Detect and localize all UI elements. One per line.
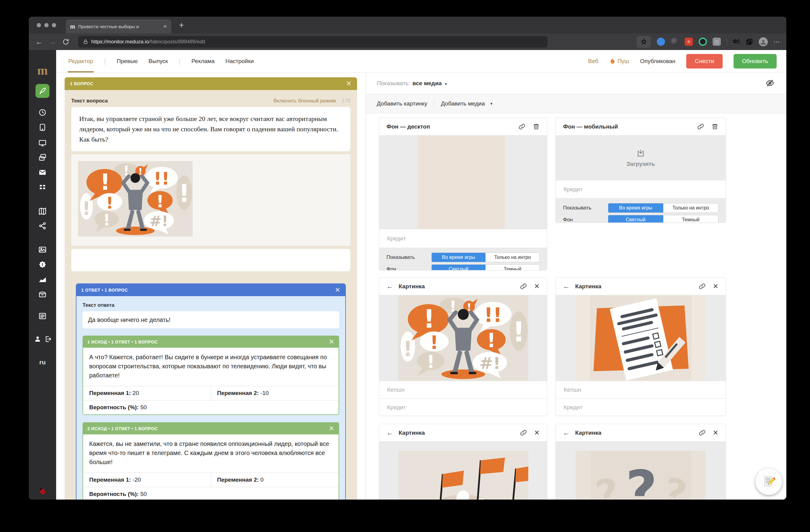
variable-1-field[interactable]: Переменная 1: -20 xyxy=(83,473,211,487)
credit-input[interactable] xyxy=(556,186,726,193)
copy-link-button[interactable] xyxy=(518,123,525,130)
sidebar-item-share[interactable] xyxy=(38,222,46,230)
update-button[interactable]: Обновить xyxy=(733,54,777,68)
extension-icon[interactable] xyxy=(699,38,707,46)
caption-input[interactable] xyxy=(556,386,726,393)
variable-1-field[interactable]: Переменная 1: 20 xyxy=(83,386,211,400)
sidebar-item-screen[interactable] xyxy=(38,139,47,147)
sidebar-item-breaking[interactable]: ! xyxy=(38,261,47,269)
copy-link-button[interactable] xyxy=(699,283,706,290)
copy-link-button[interactable] xyxy=(699,429,706,436)
sidebar-item-editor[interactable] xyxy=(35,84,49,98)
profile-avatar[interactable] xyxy=(759,37,768,46)
caption-input[interactable] xyxy=(379,386,547,393)
sidebar-item-account[interactable] xyxy=(34,335,41,343)
dark-option[interactable]: Темный xyxy=(485,265,539,270)
sidebar-item-history[interactable] xyxy=(38,109,46,116)
picture-preview[interactable] xyxy=(556,442,726,500)
remove-card-button[interactable]: ✕ xyxy=(713,283,718,290)
credit-input[interactable] xyxy=(556,404,726,411)
variable-2-field[interactable]: Переменная 2: 0 xyxy=(211,473,339,487)
tab-issue[interactable]: Выпуск xyxy=(149,50,168,72)
sidebar-item-stats[interactable] xyxy=(38,276,47,284)
feedback-note-button[interactable] xyxy=(756,468,782,495)
add-media-dropdown[interactable]: Добавить медиа▼ xyxy=(441,100,493,107)
minimize-window-button[interactable] xyxy=(44,23,49,27)
move-left-button[interactable]: ← xyxy=(563,430,570,436)
browser-menu-button[interactable]: ⋯ xyxy=(774,38,780,46)
zoom-window-button[interactable] xyxy=(52,23,56,27)
extension-icon[interactable] xyxy=(671,38,679,46)
sidebar-lang-switch[interactable]: ru xyxy=(39,359,46,366)
add-image-button[interactable]: Добавить картинку xyxy=(377,100,427,107)
logout-icon[interactable] xyxy=(44,335,52,343)
bookmark-star-button[interactable] xyxy=(636,36,651,48)
new-tab-button[interactable]: + xyxy=(179,20,184,30)
during-game-option[interactable]: Во время игры xyxy=(432,253,485,262)
sidebar-item-posts[interactable] xyxy=(38,312,47,320)
browser-tab[interactable]: m Провести честные выборы и ✕ xyxy=(66,19,172,33)
background-preview[interactable] xyxy=(379,135,547,229)
tab-editor[interactable]: Редактор xyxy=(68,50,93,72)
back-button[interactable]: ← xyxy=(35,38,43,46)
sidebar-item-archive[interactable] xyxy=(38,290,47,299)
intro-only-option[interactable]: Только на интро xyxy=(663,203,718,213)
hide-media-button[interactable] xyxy=(766,79,774,88)
move-left-button[interactable]: ← xyxy=(563,283,570,290)
copy-link-button[interactable] xyxy=(520,283,527,290)
bug-report-icon[interactable] xyxy=(38,487,47,496)
extension-icon[interactable]: ⚛ xyxy=(685,38,693,46)
move-left-button[interactable]: ← xyxy=(387,283,393,290)
light-option[interactable]: Светлый xyxy=(608,215,663,223)
credit-input[interactable] xyxy=(379,235,547,242)
delete-button[interactable] xyxy=(533,123,540,130)
outcome-text-input[interactable]: А что? Кажется, работает! Вы сидите в бу… xyxy=(83,348,339,386)
light-option[interactable]: Светлый xyxy=(432,265,485,270)
media-filter-dropdown[interactable]: Показывать:все медиа▼ xyxy=(377,80,448,87)
remove-card-button[interactable]: ✕ xyxy=(534,283,540,290)
meduza-logo[interactable]: m xyxy=(37,64,48,77)
upload-dropzone[interactable]: Загрузить xyxy=(556,135,726,180)
delete-button[interactable] xyxy=(711,123,718,130)
probability-field[interactable]: Вероятность (%): 50 xyxy=(83,487,339,500)
during-game-option[interactable]: Во время игры xyxy=(608,203,663,213)
sidebar-item-cards[interactable] xyxy=(38,153,47,162)
move-left-button[interactable]: ← xyxy=(387,430,393,436)
sidebar-item-mobile[interactable] xyxy=(38,123,46,131)
variable-2-field[interactable]: Переменная 2: -10 xyxy=(211,386,339,400)
dark-option[interactable]: Темный xyxy=(663,215,718,223)
reload-button[interactable] xyxy=(62,38,69,46)
lock-icon[interactable] xyxy=(83,39,88,45)
remove-card-button[interactable]: ✕ xyxy=(534,430,540,436)
credit-input[interactable] xyxy=(379,404,547,411)
demolish-button[interactable]: Снести xyxy=(686,54,723,68)
sidebar-item-grid[interactable] xyxy=(39,183,46,191)
intro-only-option[interactable]: Только на интро xyxy=(485,253,539,262)
sidebar-item-map[interactable] xyxy=(38,207,47,216)
tab-preview[interactable]: Превью xyxy=(117,50,138,72)
extension-icon[interactable] xyxy=(657,38,665,46)
copy-link-button[interactable] xyxy=(697,123,704,130)
address-bar[interactable]: https://monitor.meduza.io/fabric/posts/8… xyxy=(78,36,548,48)
forward-button[interactable]: → xyxy=(49,38,56,46)
picture-preview[interactable] xyxy=(379,295,547,381)
sidebar-item-images[interactable] xyxy=(38,246,47,254)
remove-card-button[interactable]: ✕ xyxy=(713,430,718,436)
question-close-icon[interactable]: ✕ xyxy=(346,80,352,87)
push-toggle[interactable]: Пуш xyxy=(609,57,629,65)
block-mode-link[interactable]: Включить блочный режим xyxy=(274,98,336,104)
favorites-icon[interactable] xyxy=(733,38,740,46)
collections-icon[interactable] xyxy=(746,38,753,46)
extension-icon[interactable]: ◳ xyxy=(713,38,721,46)
tab-ads[interactable]: Реклама xyxy=(191,50,214,72)
outcome-text-input[interactable]: Кажется, вы не заметили, что в стране по… xyxy=(83,434,339,472)
probability-field[interactable]: Вероятность (%): 50 xyxy=(83,400,339,414)
close-window-button[interactable] xyxy=(37,23,41,27)
picture-preview[interactable] xyxy=(379,442,547,500)
question-image-thumbnail[interactable] xyxy=(78,161,193,237)
answer-text-input[interactable] xyxy=(82,311,339,328)
tab-settings[interactable]: Настройки xyxy=(225,50,254,72)
outcome-close-icon[interactable]: ✕ xyxy=(329,338,334,345)
outcome-close-icon[interactable]: ✕ xyxy=(329,425,334,432)
web-toggle[interactable]: Веб xyxy=(588,58,598,65)
